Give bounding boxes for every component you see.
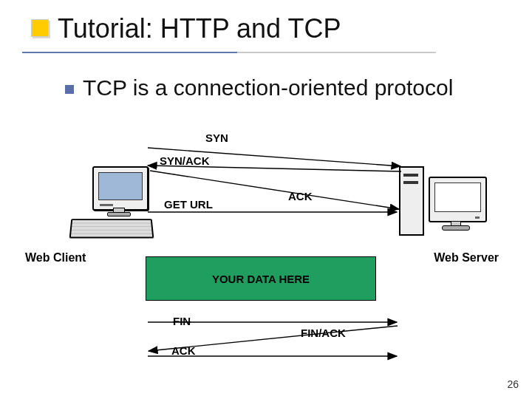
body-bullet-icon: [65, 85, 74, 94]
data-payload-box: YOUR DATA HERE: [146, 256, 376, 301]
msg-fin: FIN: [173, 315, 191, 327]
server-label: Web Server: [434, 251, 499, 265]
web-client-icon: [70, 166, 150, 236]
msg-finack: FIN/ACK: [301, 327, 346, 339]
title-area: Tutorial: HTTP and TCP: [22, 13, 510, 49]
title-underline: [22, 52, 436, 53]
msg-ack-close: ACK: [171, 344, 196, 357]
web-server-icon: [399, 166, 488, 240]
msg-syn: SYN: [205, 132, 228, 144]
msg-geturl: GET URL: [164, 198, 213, 211]
msg-ack-handshake: ACK: [288, 190, 313, 202]
data-payload-label: YOUR DATA HERE: [212, 273, 310, 285]
msg-synack: SYN/ACK: [160, 154, 210, 167]
page-number: 26: [507, 378, 519, 390]
title-bullet-icon: [31, 19, 49, 37]
client-label: Web Client: [25, 251, 86, 265]
slide-title: Tutorial: HTTP and TCP: [58, 13, 510, 49]
body-text: TCP is a connection-oriented protocol: [83, 75, 453, 100]
